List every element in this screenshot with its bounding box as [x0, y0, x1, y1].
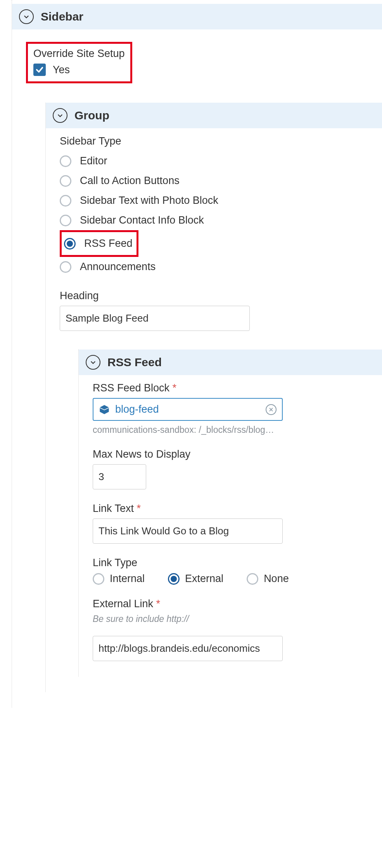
override-highlight: Override Site Setup Yes: [26, 42, 132, 83]
radio-link-none[interactable]: [247, 573, 258, 585]
radio-contact[interactable]: [60, 215, 71, 226]
override-checkbox[interactable]: [33, 64, 46, 76]
cube-icon: [99, 404, 110, 415]
section-header-sidebar[interactable]: Sidebar: [12, 4, 382, 29]
max-input[interactable]: [93, 464, 146, 489]
override-label: Override Site Setup: [33, 48, 125, 60]
radio-rss[interactable]: [64, 238, 76, 250]
radio-cta-label: Call to Action Buttons: [80, 175, 180, 187]
sidebar-title: Sidebar: [41, 10, 83, 23]
max-label: Max News to Display: [93, 448, 382, 460]
radio-photo-label: Sidebar Text with Photo Block: [80, 195, 218, 207]
chevron-down-icon: [86, 355, 100, 370]
rss-highlight: RSS Feed: [60, 230, 138, 257]
external-link-hint: Be sure to include http://: [93, 614, 382, 624]
radio-link-internal[interactable]: [93, 573, 104, 585]
heading-label: Heading: [60, 290, 382, 302]
radio-rss-label: RSS Feed: [84, 238, 133, 250]
rss-block-label-text: RSS Feed Block: [93, 382, 169, 394]
section-header-group[interactable]: Group: [46, 103, 382, 128]
sidebar-type-radios: Editor Call to Action Buttons Sidebar Te…: [60, 151, 382, 277]
clear-icon[interactable]: [266, 404, 277, 415]
override-yes-label: Yes: [53, 64, 70, 76]
link-text-input[interactable]: [93, 518, 283, 544]
link-text-label: Link Text *: [93, 503, 382, 515]
link-type-label: Link Type: [93, 557, 382, 569]
radio-announcements[interactable]: [60, 261, 71, 273]
external-link-label: External Link *: [93, 598, 382, 610]
radio-link-external[interactable]: [168, 573, 180, 585]
required-star: *: [156, 598, 161, 610]
radio-photo[interactable]: [60, 195, 71, 207]
required-star: *: [173, 382, 177, 394]
radio-link-internal-label: Internal: [110, 573, 145, 585]
sidebar-type-label: Sidebar Type: [60, 135, 382, 147]
radio-editor[interactable]: [60, 155, 71, 167]
required-star: *: [137, 503, 141, 514]
heading-input[interactable]: [60, 306, 250, 331]
external-link-label-text: External Link: [93, 598, 153, 610]
radio-link-external-label: External: [185, 573, 223, 585]
radio-announcements-label: Announcements: [80, 261, 156, 273]
radio-editor-label: Editor: [80, 155, 107, 167]
chevron-down-icon: [53, 108, 67, 123]
group-title: Group: [74, 109, 109, 122]
radio-link-none-label: None: [264, 573, 289, 585]
chevron-down-icon: [19, 9, 34, 24]
radio-contact-label: Sidebar Contact Info Block: [80, 214, 204, 226]
rss-block-label: RSS Feed Block *: [93, 382, 382, 394]
rss-title: RSS Feed: [107, 356, 162, 369]
rss-block-path: communications-sandbox: /_blocks/rss/blo…: [93, 425, 382, 435]
link-text-label-text: Link Text: [93, 503, 134, 514]
rss-block-value: blog-feed: [115, 403, 260, 415]
radio-cta[interactable]: [60, 175, 71, 187]
rss-block-picker[interactable]: blog-feed: [93, 398, 283, 421]
external-link-input[interactable]: [93, 636, 283, 661]
section-header-rss[interactable]: RSS Feed: [79, 350, 382, 375]
